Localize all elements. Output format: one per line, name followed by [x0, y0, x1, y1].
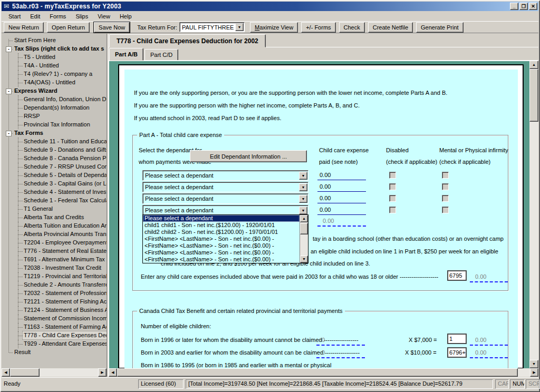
scroll-right-icon[interactable]: ▶: [98, 368, 107, 377]
disabled-checkbox[interactable]: [389, 172, 396, 179]
menu-item-forms[interactable]: Forms: [45, 12, 71, 21]
close-button-icon[interactable]: ✕: [529, 3, 537, 10]
sidebar-item[interactable]: Schedule 3 - Capital Gains (or Los: [2, 180, 107, 188]
sidebar-item[interactable]: -Tax Forms: [2, 129, 107, 138]
dropdown-option[interactable]: <FirstName> <LastName> - Son - net inc.(…: [143, 242, 300, 249]
dependant-combobox[interactable]: Please select a dependant▼: [142, 182, 308, 192]
chevron-down-icon[interactable]: ▼: [235, 23, 244, 31]
collapse-icon[interactable]: -: [6, 89, 12, 94]
infirmity-checkbox[interactable]: [442, 172, 449, 179]
open-return-button[interactable]: Open Return: [47, 22, 90, 33]
sidebar-item[interactable]: T1163 - Statement of Farming Act: [2, 323, 107, 331]
dropdown-option[interactable]: child1 child1 - Son - net inc.($120.00) …: [143, 222, 300, 229]
dependant-combobox[interactable]: Please select a dependant▼: [142, 170, 308, 181]
dropdown-option[interactable]: <FirstName> <LastName> - Son - net inc.(…: [143, 256, 300, 263]
scrollbar-thumb[interactable]: [529, 69, 538, 122]
menu-item-start[interactable]: Start: [4, 12, 25, 21]
sidebar-item[interactable]: T4A(OAS) - Untitled: [2, 79, 107, 87]
dropdown-option[interactable]: Please select a dependant: [143, 215, 300, 222]
minimize-button-icon[interactable]: _: [510, 3, 518, 10]
sidebar-item[interactable]: T778 - Child Care Expenses Dedu: [2, 331, 107, 340]
chevron-down-icon[interactable]: ▼: [299, 172, 307, 180]
form-hscrollbar[interactable]: ◀ ▶: [109, 368, 538, 377]
dropdown-scrollbar[interactable]: ▲ ▼: [300, 215, 308, 263]
sidebar-item[interactable]: T2121 - Statement of Fishing Acti: [2, 298, 107, 306]
chevron-down-icon[interactable]: ▼: [299, 183, 307, 191]
scroll-up-icon[interactable]: ▲: [300, 215, 308, 222]
sidebar-hscrollbar[interactable]: ◀ ▶: [2, 368, 107, 377]
sidebar-item[interactable]: T4A - Untitled: [2, 62, 107, 70]
sidebar-item[interactable]: T1 General: [2, 205, 107, 213]
generate-print-button[interactable]: Generate Print: [416, 22, 464, 33]
infirmity-checkbox[interactable]: [442, 183, 449, 190]
sidebar-item[interactable]: Result: [2, 348, 107, 357]
taxpayer-combobox[interactable]: PAUL FIFTYTHREE ▼: [179, 22, 245, 32]
dependant-combobox[interactable]: Please select a dependant▼: [142, 205, 308, 215]
sidebar-item[interactable]: T2038 - Investment Tax Credit: [2, 264, 107, 272]
menu-item-edit[interactable]: Edit: [25, 12, 45, 21]
title-bar[interactable]: ✉ 53ab.r03 - myTaxExpress for Y2003 _ ❐ …: [2, 2, 538, 11]
dependant-combobox[interactable]: Please select a dependant▼: [142, 193, 308, 204]
scrollbar-thumb[interactable]: [10, 368, 40, 377]
cctb-line1-field[interactable]: 1: [447, 334, 467, 344]
restore-button-icon[interactable]: ❐: [519, 3, 528, 10]
dropdown-option[interactable]: child2 child2 - Son - net inc.($1200.00)…: [143, 229, 300, 236]
sidebar-item[interactable]: T691 - Alternative Minimum Tax: [2, 256, 107, 264]
menu-item-view[interactable]: View: [93, 12, 115, 21]
line18-field[interactable]: 6795: [447, 270, 467, 281]
sidebar-item[interactable]: T1219 - Provincial and Territorial A: [2, 272, 107, 281]
scroll-down-icon[interactable]: ▼: [300, 256, 308, 263]
sidebar-item[interactable]: Schedule 1 - Federal Tax Calculat: [2, 197, 107, 205]
sidebar-item[interactable]: Alberta Tax and Credits: [2, 213, 107, 222]
sidebar-item[interactable]: -Express Wizard: [2, 87, 107, 95]
sidebar-item[interactable]: Start From Here: [2, 36, 107, 45]
dropdown-option[interactable]: <FirstName> <LastName> - Son - net inc.(…: [143, 236, 300, 242]
disabled-checkbox[interactable]: [389, 207, 396, 213]
infirmity-checkbox[interactable]: [442, 195, 449, 202]
sidebar-item[interactable]: Provincial Tax Information: [2, 121, 107, 129]
sidebar-item[interactable]: General Info, Donation, Union Du: [2, 95, 107, 104]
edit-dependant-button[interactable]: Edit Dependant Information ...: [190, 150, 307, 162]
sidebar-item[interactable]: Schedule 8 - Canada Pension Plan: [2, 154, 107, 163]
check-button[interactable]: Check: [339, 22, 365, 33]
maximize-view-button[interactable]: Maximize View: [250, 22, 298, 33]
scrollbar-thumb[interactable]: [117, 368, 518, 377]
sidebar-item[interactable]: Schedule 7 - RRSP Unused Contrib: [2, 163, 107, 171]
scroll-left-icon[interactable]: ◀: [2, 368, 10, 377]
sidebar-item[interactable]: -Tax Slips (right click to add tax s: [2, 45, 107, 53]
create-netfile-button[interactable]: Create Netfile: [368, 22, 413, 33]
sidebar-item[interactable]: Statement of Commission Income: [2, 315, 107, 323]
menu-item-help[interactable]: Help: [115, 12, 137, 21]
sidebar-item[interactable]: Schedule 5 - Details of Dependant: [2, 171, 107, 180]
sidebar-item[interactable]: T776 - Statement of Real Estate R: [2, 247, 107, 256]
expense-amount[interactable]: 0.00: [317, 172, 366, 180]
tab-part-ab[interactable]: Part A/B: [109, 48, 143, 61]
scroll-left-icon[interactable]: ◀: [109, 368, 117, 377]
sidebar-item[interactable]: Dependant(s) Information: [2, 104, 107, 112]
sidebar-item[interactable]: T2124 - Statement of Business Ac: [2, 306, 107, 315]
sidebar-item[interactable]: Schedule 9 - Donations and Gifts: [2, 146, 107, 154]
collapse-icon[interactable]: -: [6, 131, 12, 136]
sidebar-item[interactable]: T2032 - Statement of Professiona: [2, 289, 107, 298]
chevron-down-icon[interactable]: ▼: [299, 207, 307, 214]
form-vscrollbar[interactable]: ▲ ▼: [529, 61, 538, 368]
sidebar-item[interactable]: T929 - Attendant Care Expenses: [2, 340, 107, 348]
collapse-icon[interactable]: -: [6, 46, 12, 52]
sidebar-item[interactable]: Alberta Tuition and Education Am: [2, 222, 107, 230]
disabled-checkbox[interactable]: [389, 183, 396, 190]
sidebar-item[interactable]: T2204 - Employee Overpayment o: [2, 239, 107, 247]
scrollbar-thumb[interactable]: [300, 223, 308, 234]
expense-amount[interactable]: 0.00: [317, 195, 366, 203]
chevron-down-icon[interactable]: ▼: [299, 195, 307, 203]
tab-part-cd[interactable]: Part C/D: [144, 49, 178, 61]
scroll-up-icon[interactable]: ▲: [529, 61, 538, 69]
scroll-right-icon[interactable]: ▶: [530, 368, 538, 377]
dropdown-option[interactable]: <FirstName> <LastName> - Son - net inc.(…: [143, 249, 300, 256]
infirmity-checkbox[interactable]: [442, 207, 449, 213]
scroll-down-icon[interactable]: ▼: [529, 360, 538, 368]
plus-minus-forms-button[interactable]: +/- Forms: [301, 22, 335, 33]
cctb-line2-field[interactable]: 6796+: [447, 347, 467, 358]
disabled-checkbox[interactable]: [389, 195, 396, 202]
menu-item-slips[interactable]: Slips: [71, 12, 93, 21]
sidebar-item[interactable]: Schedule 2 - Amounts Transferred: [2, 281, 107, 289]
